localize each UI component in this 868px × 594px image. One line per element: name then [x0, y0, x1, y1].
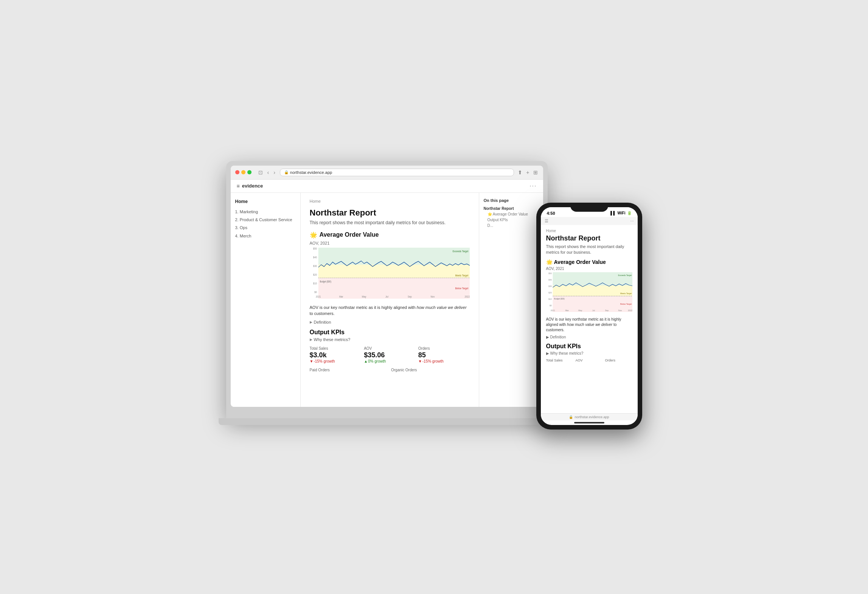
kpi-orders: Orders 85 ▼-15% growth — [418, 346, 470, 363]
phone-chart-text: AOV is our key northstar metric as it is… — [546, 317, 632, 333]
phone-page-title: Northstar Report — [546, 234, 632, 242]
kpi-orders-label: Orders — [418, 346, 470, 351]
phone-lock-icon: 🔒 — [569, 415, 573, 419]
phone-why-arrow-icon: ▶ — [546, 351, 549, 355]
app-logo: ≡ evidence — [237, 183, 263, 189]
svg-text:Exceeds Target: Exceeds Target — [618, 274, 632, 276]
breadcrumb: Home — [310, 199, 470, 203]
logo-text: evidence — [242, 183, 263, 189]
chart-description: AOV is our key northstar metric as it is… — [310, 304, 470, 317]
sidebar-toggle-button[interactable]: ⊡ — [257, 169, 264, 176]
svg-text:Mar: Mar — [339, 295, 343, 298]
svg-text:Nov: Nov — [618, 309, 622, 312]
kpi-aov: AOV $35.06 ▲0% growth — [364, 346, 415, 363]
right-panel: On this page Northstar Report ⭐ Average … — [479, 193, 543, 407]
aov-emoji: 🌟 — [310, 231, 317, 239]
phone-time: 4:50 — [547, 211, 555, 216]
back-button[interactable]: ‹ — [266, 169, 271, 176]
phone: 4:50 ▌▌ WiFi 🔋 ☰ ··· Home Northstar Repo… — [536, 203, 642, 430]
svg-text:Jul: Jul — [385, 295, 388, 298]
phone-aov-title: 🌟 Average Order Value — [546, 259, 632, 265]
phone-screen: 4:50 ▌▌ WiFi 🔋 ☰ ··· Home Northstar Repo… — [541, 207, 638, 425]
phone-kpi-aov-label: AOV — [576, 358, 603, 362]
sidebar-item-product[interactable]: 2. Product & Customer Service — [235, 216, 296, 224]
svg-text:$40: $40 — [548, 279, 552, 281]
share-button[interactable]: ⬆ — [517, 169, 523, 176]
definition-arrow-icon: ▶ — [310, 320, 312, 324]
phone-aov-title-text: Average Order Value — [554, 259, 606, 265]
phone-kpi-row: Total Sales AOV Orders — [546, 358, 632, 363]
why-metrics-label: Why these metrics? — [314, 337, 351, 342]
toc-aov[interactable]: ⭐ Average Order Value — [484, 211, 539, 217]
phone-aov-emoji: 🌟 — [546, 259, 553, 265]
phone-why-label: Why these metrics? — [550, 351, 584, 355]
svg-text:May: May — [578, 309, 582, 312]
phone-breadcrumb: Home — [546, 229, 632, 233]
forward-button[interactable]: › — [272, 169, 277, 176]
kpi-orders-value: 85 — [418, 351, 470, 359]
address-bar[interactable]: 🔒 northstar.evidence.app — [280, 169, 514, 176]
phone-notch — [570, 203, 608, 212]
phone-home-indicator[interactable] — [574, 422, 604, 423]
sidebar-home[interactable]: Home — [235, 199, 296, 204]
page-title: Northstar Report — [310, 208, 470, 218]
phone-description: This report shows the most important dai… — [546, 244, 632, 256]
kpi-organic-orders: Organic Orders — [391, 368, 470, 373]
svg-text:Sep: Sep — [408, 295, 412, 298]
why-metrics-arrow-icon: ▶ — [310, 338, 312, 341]
svg-text:$40: $40 — [313, 256, 317, 259]
up-arrow-icon: ▲ — [364, 359, 368, 363]
kpi-aov-label: AOV — [364, 346, 415, 351]
header-menu-button[interactable]: ··· — [529, 183, 537, 189]
definition-toggle[interactable]: ▶ Definition — [310, 320, 470, 324]
toc-output-kpis[interactable]: Output KPIs — [484, 217, 539, 223]
phone-definition-toggle[interactable]: ▶ Definition — [546, 335, 632, 339]
toc-northstar-report[interactable]: Northstar Report — [484, 206, 539, 211]
why-metrics-toggle[interactable]: ▶ Why these metrics? — [310, 337, 470, 342]
new-tab-button[interactable]: + — [525, 169, 530, 176]
svg-text:Below Target: Below Target — [620, 303, 632, 305]
wifi-icon: WiFi — [617, 211, 625, 215]
toc-more[interactable]: D... — [484, 223, 539, 228]
svg-text:$0: $0 — [550, 304, 552, 307]
chart-desc-italic: how much value we deliver — [417, 305, 467, 310]
output-kpis-title: Output KPIs — [310, 329, 470, 336]
kpi-paid-orders: Paid Orders — [310, 368, 388, 373]
phone-dots-menu[interactable]: ··· — [630, 219, 634, 223]
sidebar-item-merch[interactable]: 4. Merch — [235, 232, 296, 240]
on-this-page-title: On this page — [484, 198, 539, 203]
kpi-total-sales-change: ▼-15% growth — [310, 359, 361, 363]
maximize-button[interactable] — [247, 170, 252, 174]
aov-title-text: Average Order Value — [320, 231, 379, 238]
svg-text:$20: $20 — [313, 273, 317, 276]
svg-text:2022: 2022 — [464, 295, 469, 298]
traffic-lights — [235, 170, 252, 174]
svg-text:Budget ($30): Budget ($30) — [554, 298, 565, 300]
svg-text:$50: $50 — [313, 248, 317, 250]
sidebar-item-marketing[interactable]: 1. Marketing — [235, 208, 296, 216]
scene: ⊡ ‹ › 🔒 northstar.evidence.app ⬆ + ⊞ — [226, 161, 642, 433]
browser-navigation: ⊡ ‹ › — [257, 169, 277, 176]
aov-section-title: 🌟 Average Order Value — [310, 231, 470, 239]
phone-why-metrics[interactable]: ▶ Why these metrics? — [546, 351, 632, 355]
svg-text:2021: 2021 — [550, 309, 555, 312]
close-button[interactable] — [235, 170, 239, 174]
phone-chart-label: AOV, 2021 — [546, 267, 632, 271]
url-text: northstar.evidence.app — [290, 170, 332, 175]
svg-text:Jul: Jul — [592, 309, 595, 312]
svg-text:Nov: Nov — [430, 295, 435, 298]
phone-definition-label: Definition — [550, 335, 566, 339]
laptop-base — [219, 418, 555, 425]
sidebar-item-ops[interactable]: 3. Ops — [235, 224, 296, 232]
kpi-aov-value: $35.06 — [364, 351, 415, 359]
minimize-button[interactable] — [241, 170, 245, 174]
extensions-button[interactable]: ⊞ — [533, 169, 539, 176]
down-arrow-icon: ▼ — [310, 359, 314, 363]
svg-text:May: May — [362, 295, 366, 298]
svg-text:2022: 2022 — [628, 309, 632, 312]
phone-menu-icon[interactable]: ☰ — [545, 219, 548, 223]
app-header: ≡ evidence ··· — [231, 180, 543, 193]
kpi-total-sales: Total Sales $3.0k ▼-15% growth — [310, 346, 361, 363]
signal-icon: ▌▌ — [610, 211, 616, 215]
phone-kpi-total-sales-label: Total Sales — [546, 358, 573, 362]
